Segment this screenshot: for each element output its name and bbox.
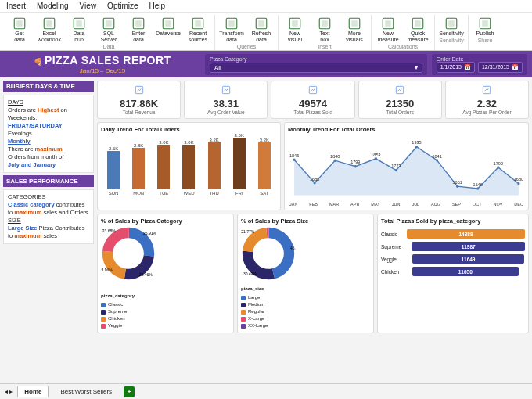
report-daterange: Jan/15 – Dec/15 (80, 67, 125, 74)
ribbon-btn[interactable]: Recentsources (185, 15, 211, 43)
svg-text:23.68%: 23.68% (102, 228, 117, 233)
ribbon: GetdataExcelworkbookDatahubSQLServerEnte… (0, 13, 532, 51)
legend-item: XX-Large (241, 322, 370, 329)
cat-donut: 26.91%25.46%23.96%23.68% (101, 226, 156, 281)
svg-text:1773: 1773 (391, 164, 401, 168)
svg-text:26.91%: 26.91% (143, 231, 156, 235)
ribbon-btn[interactable]: Newmeasure (375, 15, 401, 43)
svg-text:1661: 1661 (453, 180, 462, 185)
menu-modeling[interactable]: Modeling (37, 2, 69, 10)
ribbon-group-sens: Sensitivity Sensitivity (435, 15, 469, 50)
tabs-nav-icon[interactable]: ◂ ▸ (5, 388, 13, 395)
ribbon-btn[interactable]: Transformdata (218, 15, 245, 43)
ribbon-group-queries: TransformdataRefreshdata Queries (215, 15, 279, 50)
ribbon-btn[interactable]: Enterdata (125, 15, 152, 43)
svg-point-37 (293, 159, 295, 161)
svg-point-51 (436, 159, 438, 161)
ribbon-group-insert: NewvisualTextboxMorevisuals Insert (279, 15, 372, 50)
bar (107, 151, 120, 189)
ribbon-btn[interactable]: Datahub (66, 15, 92, 43)
sheet-tabs: ◂ ▸ Home Best/Worst Sellers + (0, 383, 532, 399)
legend-item: Veggie (101, 322, 230, 329)
date-from[interactable]: 1/1/2015📅 (437, 62, 475, 73)
svg-text:1845: 1845 (289, 153, 299, 158)
svg-text:30.49%: 30.49% (243, 271, 257, 276)
tab-add-button[interactable]: + (124, 386, 135, 397)
kpi-card[interactable]: 2.32Avg Pizzas Per Order (445, 81, 529, 119)
kpi-icon (134, 84, 145, 95)
svg-rect-9 (135, 20, 142, 27)
menu-optimize[interactable]: Optimize (107, 2, 138, 10)
ribbon-btn[interactable]: Dataverse (155, 15, 182, 43)
svg-point-47 (395, 169, 397, 171)
ribbon-btn[interactable]: Getdata (6, 15, 33, 43)
ribbon-btn[interactable]: Quickmeasure (404, 15, 431, 43)
svg-text:1841: 1841 (432, 154, 441, 159)
svg-text:45.89%: 45.89% (290, 246, 296, 250)
svg-rect-15 (228, 20, 235, 27)
svg-text:1840: 1840 (330, 154, 340, 159)
calendar-icon: 📅 (464, 64, 471, 70)
kpi-card[interactable]: 817.86KTotal Revenue (97, 81, 181, 119)
report-title: PIZZA SALES REPORT (45, 54, 171, 66)
kpi-icon (221, 84, 232, 95)
svg-point-39 (314, 182, 316, 184)
menu-view[interactable]: View (80, 2, 97, 10)
calendar-icon: 📅 (512, 64, 519, 70)
report-header: 🍕 PIZZA SALES REPORT Jan/15 – Dec/15 Piz… (0, 51, 532, 77)
legend-item: Supreme (101, 308, 230, 315)
content-area: 817.86KTotal Revenue38.31Avg Order Value… (97, 81, 529, 333)
svg-text:1799: 1799 (350, 160, 360, 164)
bar (157, 145, 170, 189)
bar (258, 142, 271, 189)
daily-trend-card[interactable]: Daily Trend For Total Orders 2.6KSUN2.8K… (97, 122, 281, 210)
kpi-card[interactable]: 21350Total Orders (358, 81, 442, 119)
svg-rect-21 (322, 20, 328, 27)
hbar-card[interactable]: Total Pizzas Sold by pizza_category Clas… (377, 214, 529, 333)
svg-text:1935: 1935 (412, 140, 421, 145)
menu-insert[interactable]: Insert (6, 2, 26, 10)
svg-point-57 (497, 166, 499, 168)
monthly-trend-card[interactable]: Monthly Trend For Total Orders 184516851… (284, 122, 529, 210)
svg-text:1646: 1646 (473, 182, 483, 187)
svg-rect-31 (482, 20, 488, 27)
hbar: 14888 (407, 229, 525, 239)
hbar-chart: Classic14888Supreme11987Veggie11649Chick… (381, 226, 525, 279)
svg-rect-25 (385, 20, 391, 27)
kpi-card[interactable]: 49574Total Pizzas Sold (271, 81, 354, 119)
kpi-icon (394, 84, 405, 95)
kpi-icon (307, 84, 318, 95)
svg-point-45 (375, 157, 377, 160)
monthly-line-chart: 1845168518401799185317731935184116611646… (288, 135, 525, 202)
svg-text:25.46%: 25.46% (139, 272, 153, 277)
pizza-icon: 🍕 (34, 58, 42, 66)
svg-rect-11 (165, 20, 171, 27)
ribbon-btn[interactable]: Textbox (311, 15, 338, 43)
size-donut-card[interactable]: % of Sales by Pizza Size 45.89%30.49%21.… (237, 214, 374, 333)
cat-donut-card[interactable]: % of Sales by Pizza Category 26.91%25.46… (97, 214, 234, 333)
menu-help[interactable]: Help (149, 2, 166, 10)
ribbon-btn[interactable]: Newvisual (282, 15, 308, 43)
category-slicer[interactable]: Pizza Category All ▾ (205, 54, 427, 75)
side-body-busiest: DAYS Orders are Highest on Weekends, FRI… (3, 95, 94, 173)
svg-rect-5 (76, 20, 82, 27)
legend-item: Classic (101, 301, 230, 308)
hbar: 11649 (412, 254, 524, 264)
svg-text:23.96%: 23.96% (101, 268, 113, 272)
ribbon-btn[interactable]: Morevisuals (341, 15, 368, 43)
svg-text:1792: 1792 (494, 161, 503, 166)
tab-bestworst[interactable]: Best/Worst Sellers (53, 386, 119, 397)
ribbon-btn[interactable]: Sensitivity (438, 15, 465, 37)
ribbon-btn[interactable]: Excelworkbook (36, 15, 63, 43)
legend-item: X-Large (241, 315, 370, 322)
tab-home[interactable]: Home (17, 386, 49, 397)
svg-rect-7 (106, 20, 112, 27)
svg-rect-17 (258, 20, 264, 27)
date-to[interactable]: 12/31/2015📅 (478, 62, 523, 73)
report-body: BUSIEST DAYS & TIME DAYS Orders are High… (0, 77, 532, 336)
kpi-card[interactable]: 38.31Avg Order Value (184, 81, 268, 119)
svg-rect-23 (351, 20, 358, 27)
ribbon-btn[interactable]: SQLServer (95, 15, 122, 43)
ribbon-btn[interactable]: Refreshdata (248, 15, 275, 43)
ribbon-btn[interactable]: Publish (472, 15, 498, 37)
